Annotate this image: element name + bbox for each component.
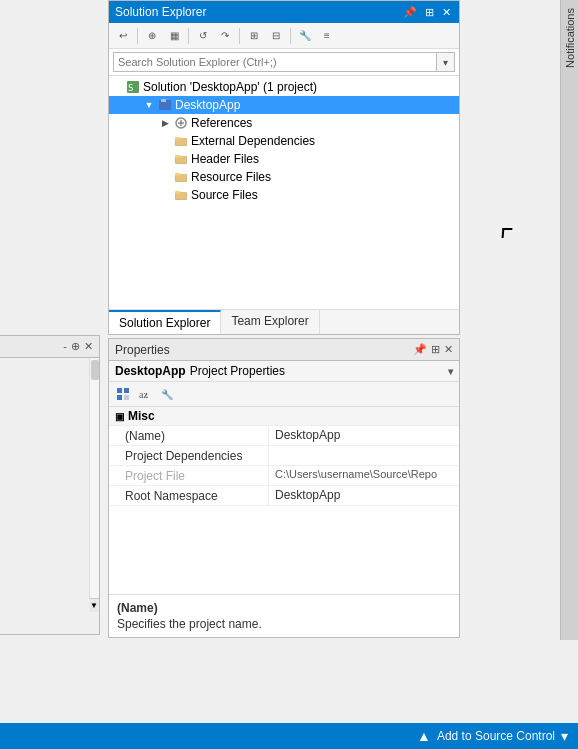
project-icon — [157, 97, 173, 113]
search-input[interactable] — [113, 52, 437, 72]
resource-files-node[interactable]: Resource Files — [109, 168, 459, 186]
svg-rect-3 — [161, 99, 166, 102]
search-icon-btn[interactable]: ▾ — [437, 52, 455, 72]
left-panel-close-btn[interactable]: ✕ — [84, 340, 93, 353]
left-panel-pin-btn[interactable]: ⊕ — [71, 340, 80, 353]
redo-button[interactable]: ↷ — [215, 26, 235, 46]
dock-button[interactable]: ⊞ — [423, 7, 436, 18]
solution-tree: S Solution 'DesktopApp' (1 project) ▼ De… — [109, 76, 459, 309]
prop-name-label-file: Project File — [109, 466, 269, 485]
add-source-label[interactable]: Add to Source Control — [437, 729, 555, 743]
prop-name-label-deps: Project Dependencies — [109, 446, 269, 465]
status-bar: ▲ Add to Source Control ▾ — [0, 723, 578, 749]
source-files-node[interactable]: Source Files — [109, 186, 459, 204]
properties-titlebar: Properties 📌 ⊞ ✕ — [109, 339, 459, 361]
header-files-node[interactable]: Header Files — [109, 150, 459, 168]
toolbar-sep-2 — [188, 28, 189, 44]
notifications-label: Notifications — [564, 8, 576, 68]
external-deps-node[interactable]: External Dependencies — [109, 132, 459, 150]
left-scrollbar — [89, 358, 99, 612]
notifications-sidebar: Notifications — [560, 0, 578, 640]
references-icon — [173, 115, 189, 131]
props-pin-btn[interactable]: 📌 — [413, 343, 427, 356]
svg-rect-9 — [176, 138, 186, 145]
solution-explorer-titlebar: Solution Explorer 📌 ⊞ ✕ — [109, 1, 459, 23]
prop-desc-text: Specifies the project name. — [117, 617, 451, 631]
svg-rect-20 — [124, 388, 129, 393]
references-expander[interactable]: ▶ — [157, 115, 173, 131]
project-expander[interactable]: ▼ — [141, 97, 157, 113]
prop-row-file[interactable]: Project File C:\Users\username\Source\Re… — [109, 466, 459, 486]
prop-row-deps[interactable]: Project Dependencies — [109, 446, 459, 466]
solution-explorer-tabs: Solution Explorer Team Explorer — [109, 309, 459, 334]
resource-files-label: Resource Files — [191, 170, 271, 184]
properties-project-props: Project Properties — [190, 364, 285, 378]
menu-button[interactable]: ≡ — [317, 26, 337, 46]
properties-title: Properties — [115, 343, 170, 357]
source-files-label: Source Files — [191, 188, 258, 202]
status-arrow-down: ▾ — [561, 728, 568, 744]
props-dock-btn[interactable]: ⊞ — [431, 343, 440, 356]
scroll-down-btn[interactable]: ▼ — [89, 598, 99, 612]
svg-rect-21 — [117, 395, 122, 400]
collapse-button[interactable]: ▦ — [164, 26, 184, 46]
external-deps-expander — [157, 133, 173, 149]
project-node[interactable]: ▼ DesktopApp — [109, 96, 459, 114]
tab-team-explorer[interactable]: Team Explorer — [221, 310, 319, 334]
source-files-expander — [157, 187, 173, 203]
prop-row-namespace[interactable]: Root Namespace DesktopApp — [109, 486, 459, 506]
misc-section-header: ▣ Misc — [109, 407, 459, 426]
solution-explorer-title: Solution Explorer — [115, 5, 401, 19]
solution-explorer-toolbar: ↩ ⊕ ▦ ↺ ↷ ⊞ ⊟ 🔧 ≡ — [109, 23, 459, 49]
prop-value-file: C:\Users\username\Source\Repo — [269, 466, 459, 485]
properties-dropdown-arrow[interactable]: ▾ — [448, 366, 453, 377]
external-deps-folder-icon — [173, 133, 189, 149]
alphabetical-view-btn[interactable]: az ↕ — [135, 384, 155, 404]
status-arrow-up: ▲ — [417, 728, 431, 744]
prop-row-name[interactable]: (Name) DesktopApp — [109, 426, 459, 446]
header-files-folder-icon — [173, 151, 189, 167]
scrollbar-thumb[interactable] — [91, 360, 99, 380]
resource-files-folder-icon — [173, 169, 189, 185]
references-node[interactable]: ▶ References — [109, 114, 459, 132]
prop-value-namespace: DesktopApp — [269, 486, 459, 505]
categorized-view-btn[interactable] — [113, 384, 133, 404]
misc-section-label: Misc — [128, 409, 155, 423]
misc-collapse-icon[interactable]: ▣ — [115, 411, 124, 422]
tab-solution-explorer[interactable]: Solution Explorer — [109, 310, 221, 334]
refresh-button[interactable]: ↩ — [113, 26, 133, 46]
props-close-btn[interactable]: ✕ — [444, 343, 453, 356]
svg-text:↕: ↕ — [145, 392, 149, 399]
show-all-files-button[interactable]: ⊕ — [142, 26, 162, 46]
toolbar-sep-3 — [239, 28, 240, 44]
property-pages-btn[interactable]: 🔧 — [157, 384, 177, 404]
svg-text:S: S — [128, 83, 133, 93]
status-bar-content: ▲ Add to Source Control ▾ — [417, 728, 568, 744]
props-spacer — [109, 506, 459, 594]
svg-rect-19 — [117, 388, 122, 393]
solution-label: Solution 'DesktopApp' (1 project) — [143, 80, 317, 94]
filter-button[interactable]: ⊟ — [266, 26, 286, 46]
properties-project-name: DesktopApp — [115, 364, 186, 378]
left-panel-titlebar-btns: - ⊕ ✕ — [63, 340, 93, 353]
props-button[interactable]: ⊞ — [244, 26, 264, 46]
pin-button[interactable]: 📌 — [401, 7, 419, 18]
properties-titlebar-btns: 📌 ⊞ ✕ — [413, 343, 453, 356]
solution-icon: S — [125, 79, 141, 95]
left-panel-titlebar: - ⊕ ✕ — [0, 336, 99, 358]
svg-rect-15 — [176, 174, 186, 181]
left-panel-min-btn[interactable]: - — [63, 340, 67, 353]
solution-node[interactable]: S Solution 'DesktopApp' (1 project) — [109, 78, 459, 96]
undo-button[interactable]: ↺ — [193, 26, 213, 46]
titlebar-buttons: 📌 ⊞ ✕ — [401, 7, 453, 18]
settings-button[interactable]: 🔧 — [295, 26, 315, 46]
properties-panel: Properties 📌 ⊞ ✕ DesktopApp Project Prop… — [108, 338, 460, 638]
svg-rect-12 — [176, 156, 186, 163]
prop-value-name: DesktopApp — [269, 426, 459, 445]
prop-desc-title: (Name) — [117, 601, 451, 615]
close-button[interactable]: ✕ — [440, 7, 453, 18]
header-files-label: Header Files — [191, 152, 259, 166]
toolbar-sep-1 — [137, 28, 138, 44]
header-files-expander — [157, 151, 173, 167]
svg-rect-22 — [124, 395, 129, 400]
